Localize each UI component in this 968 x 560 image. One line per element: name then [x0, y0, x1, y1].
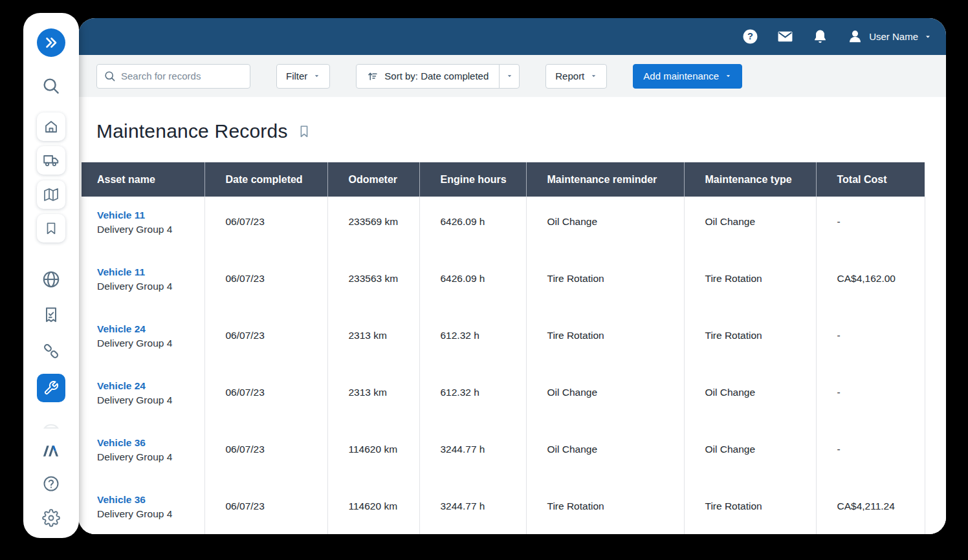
- report-button[interactable]: Report: [545, 64, 607, 89]
- cell-total-cost: CA$4,211.24: [816, 481, 925, 534]
- cell-maintenance-reminder: Tire Rotation: [526, 253, 684, 310]
- cell-date: 06/07/23: [204, 367, 327, 424]
- sort-icon: [367, 70, 379, 82]
- cell-maintenance-type: Oil Change: [684, 424, 816, 481]
- asset-link[interactable]: Vehicle 11: [97, 210, 145, 221]
- cell-asset: Vehicle 24Delivery Group 4: [82, 310, 204, 367]
- asset-group: Delivery Group 4: [97, 394, 199, 406]
- brand-logo-m: [41, 444, 61, 458]
- cell-asset: Vehicle 36Delivery Group 4: [82, 424, 204, 481]
- links-icon: [41, 341, 61, 361]
- table-row: Vehicle 24Delivery Group 406/07/232313 k…: [82, 367, 925, 424]
- table-row: Vehicle 24Delivery Group 406/07/232313 k…: [82, 310, 925, 367]
- table-row: Vehicle 11Delivery Group 406/07/23233563…: [82, 253, 925, 310]
- cell-date: 06/07/23: [204, 253, 327, 310]
- page-header: Maintenance Records: [96, 120, 946, 142]
- sidebar-item-expand[interactable]: [37, 28, 65, 57]
- cell-engine-hours: 6426.09 h: [419, 197, 526, 253]
- table-header-row: Asset nameDate completedOdometerEngine h…: [82, 162, 925, 197]
- cell-total-cost: CA$4,162.00: [816, 253, 925, 310]
- wrench-icon: [43, 380, 59, 396]
- cell-odometer: 2313 km: [327, 310, 419, 367]
- user-menu[interactable]: User Name: [847, 28, 932, 45]
- bookmark-page-button[interactable]: [297, 124, 311, 138]
- sidebar-item-settings[interactable]: [41, 508, 61, 528]
- help-icon[interactable]: ?: [742, 28, 758, 45]
- sidebar-item-home[interactable]: [37, 113, 65, 141]
- cell-date: 06/07/23: [204, 424, 327, 481]
- sidebar-item-search[interactable]: [41, 76, 61, 96]
- asset-link[interactable]: Vehicle 36: [97, 437, 146, 449]
- filter-button[interactable]: Filter: [276, 64, 330, 89]
- add-maintenance-button[interactable]: Add maintenance: [633, 64, 742, 89]
- sort-button-group: Sort by: Date completed: [356, 64, 520, 89]
- page-title: Maintenance Records: [96, 120, 288, 142]
- sidebar-item-bookmarks[interactable]: [37, 214, 65, 242]
- asset-link[interactable]: Vehicle 11: [97, 266, 145, 278]
- cell-total-cost: -: [816, 424, 925, 481]
- sidebar-item-records[interactable]: [41, 305, 61, 325]
- table-wrap: Asset nameDate completedOdometerEngine h…: [82, 162, 946, 534]
- asset-group: Delivery Group 4: [97, 338, 199, 349]
- asset-link[interactable]: Vehicle 24: [97, 380, 146, 392]
- table-row: Vehicle 36Delivery Group 406/07/23114620…: [82, 481, 925, 534]
- cell-maintenance-type: Tire Rotation: [684, 481, 816, 534]
- sidebar-item-maintenance[interactable]: [37, 374, 65, 402]
- top-navbar: ? User Name: [78, 18, 946, 55]
- bookmark-icon: [44, 221, 58, 235]
- sidebar-item-connections[interactable]: [41, 341, 61, 361]
- cell-engine-hours: 612.32 h: [419, 367, 526, 424]
- cell-asset: Vehicle 11Delivery Group 4: [82, 197, 204, 253]
- cell-maintenance-reminder: Tire Rotation: [526, 481, 684, 534]
- sidebar-item-vehicles[interactable]: [37, 146, 65, 175]
- caret-down-icon: [313, 72, 320, 80]
- caret-down-icon: [590, 72, 597, 80]
- truck-icon: [43, 152, 60, 169]
- faded-icon: [41, 413, 61, 432]
- mail-icon[interactable]: [777, 28, 793, 45]
- cell-maintenance-reminder: Tire Rotation: [526, 310, 684, 367]
- column-header-5[interactable]: Maintenance type: [684, 162, 816, 197]
- maintenance-table: Asset nameDate completedOdometerEngine h…: [82, 162, 925, 534]
- column-header-3[interactable]: Engine hours: [419, 162, 526, 197]
- notifications-icon[interactable]: [812, 28, 828, 45]
- sort-button[interactable]: Sort by: Date completed: [356, 64, 500, 89]
- filter-label: Filter: [286, 70, 307, 81]
- cell-total-cost: -: [816, 310, 925, 367]
- cell-asset: Vehicle 11Delivery Group 4: [82, 253, 204, 310]
- toolbar: Filter Sort by: Date completed Repo: [78, 55, 946, 97]
- column-header-4[interactable]: Maintenance reminder: [526, 162, 684, 197]
- caret-down-icon: [725, 72, 732, 80]
- home-icon: [43, 119, 59, 135]
- cell-maintenance-type: Oil Change: [684, 197, 816, 253]
- search-input[interactable]: [121, 70, 243, 81]
- cell-maintenance-type: Tire Rotation: [684, 310, 816, 367]
- column-header-1[interactable]: Date completed: [204, 162, 327, 197]
- search-box: [96, 64, 250, 89]
- table-row: Vehicle 11Delivery Group 406/07/23233569…: [82, 197, 925, 253]
- add-maintenance-label: Add maintenance: [643, 70, 719, 81]
- cell-odometer: 233563 km: [327, 253, 419, 310]
- asset-link[interactable]: Vehicle 24: [97, 323, 146, 335]
- search-icon: [41, 76, 61, 96]
- asset-link[interactable]: Vehicle 36: [97, 494, 146, 506]
- sidebar-item-globe[interactable]: [41, 270, 61, 289]
- user-name: User Name: [869, 31, 918, 42]
- caret-down-icon: [924, 33, 932, 41]
- search-icon: [104, 70, 116, 82]
- sidebar-item-map[interactable]: [37, 180, 65, 209]
- sort-caret-button[interactable]: [499, 64, 520, 89]
- app-window: ? User Name: [78, 18, 946, 534]
- receipt-check-icon: [42, 306, 60, 324]
- globe-icon: [41, 270, 61, 289]
- sidebar-item-help[interactable]: [41, 474, 61, 493]
- brand-logo: [41, 441, 61, 460]
- asset-group: Delivery Group 4: [97, 451, 199, 463]
- column-header-0[interactable]: Asset name: [82, 162, 204, 197]
- column-header-6[interactable]: Total Cost: [816, 162, 925, 197]
- sidebar: [23, 13, 79, 538]
- user-icon: [847, 28, 863, 45]
- cell-engine-hours: 3244.77 h: [419, 424, 526, 481]
- content-area: Maintenance Records Asset nameDate compl…: [78, 97, 946, 534]
- column-header-2[interactable]: Odometer: [327, 162, 419, 197]
